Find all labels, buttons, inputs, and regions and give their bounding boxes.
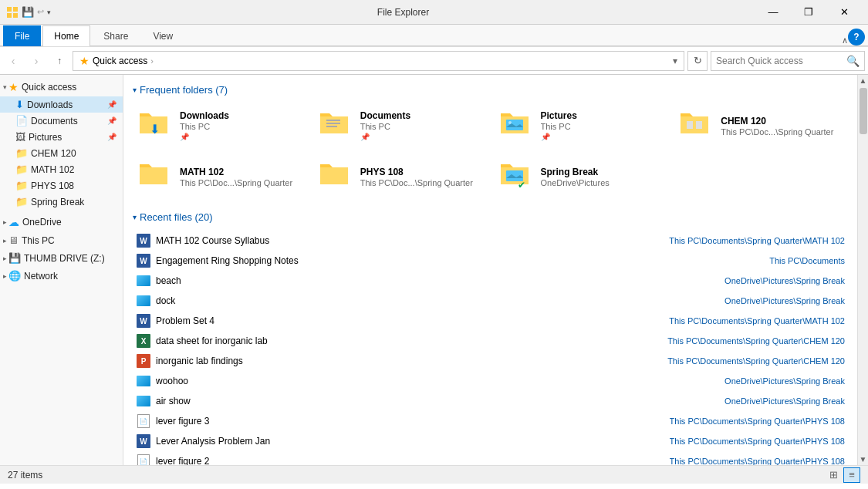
help-button[interactable]: ? (848, 29, 865, 46)
list-view-button[interactable]: ≡ (843, 467, 860, 483)
folder-pin-pictures: 📌 (541, 133, 663, 141)
sidebar-section-quick-access[interactable]: ★ Quick access (0, 78, 123, 96)
search-box[interactable]: 🔍 (711, 51, 865, 71)
file-path-beach: OneDrive\Pictures\Spring Break (691, 276, 845, 285)
folder-icon-springbreak: ✔ (499, 161, 536, 192)
item-count: 27 items (8, 470, 42, 481)
restore-button[interactable]: ❐ (791, 0, 826, 25)
file-row-beach[interactable]: beach OneDrive\Pictures\Spring Break (133, 271, 848, 291)
main-layout: ★ Quick access ⬇ Downloads 📌 📄 Documents… (0, 75, 868, 465)
folder-card-math102[interactable]: MATH 102 This PC\Doc...\Spring Quarter (133, 154, 307, 199)
quick-access-save-icon[interactable]: 💾 (22, 6, 34, 18)
sidebar-item-thispc[interactable]: 🖥 This PC (0, 231, 123, 249)
pin-icon-documents: 📌 (107, 116, 117, 125)
folder-card-documents[interactable]: Documents This PC 📌 (313, 103, 488, 148)
file-name-math102syllabus: MATH 102 Course Syllabus (156, 235, 664, 246)
scroll-up-icon[interactable]: ▲ (860, 76, 867, 85)
address-bar-row: ‹ › ↑ ★ Quick access › ▾ ↻ 🔍 (0, 47, 868, 75)
title-bar-controls: — ❐ ✕ (755, 0, 862, 25)
forward-button[interactable]: › (26, 51, 46, 71)
minimize-button[interactable]: — (755, 0, 791, 25)
tab-view[interactable]: View (141, 25, 184, 46)
word-icon-problemset4: W (136, 313, 151, 329)
pin-icon-pictures: 📌 (107, 133, 117, 141)
chem120-folder-icon: 📁 (15, 147, 28, 159)
sidebar-item-math102[interactable]: 📁 MATH 102 (0, 161, 123, 177)
ppt-icon-inorganic: P (136, 353, 151, 369)
onedrive-chevron-icon (3, 218, 7, 226)
file-path-inorganic: This PC\Documents\Spring Quarter\CHEM 12… (667, 356, 845, 366)
undo-icon[interactable]: ↩ (37, 7, 44, 17)
folder-card-springbreak[interactable]: ✔ Spring Break OneDrive\Pictures (494, 154, 668, 199)
file-path-engagementring: This PC\Documents (691, 256, 845, 265)
sidebar-item-downloads[interactable]: ⬇ Downloads 📌 (0, 96, 123, 113)
tab-share[interactable]: Share (92, 25, 140, 46)
tab-file[interactable]: File (3, 25, 41, 46)
folder-path-springbreak: OneDrive\Pictures (541, 178, 663, 187)
app-icon (6, 6, 19, 19)
recent-files-header[interactable]: ▾ Recent files (20) (133, 211, 848, 223)
title-bar: 💾 ↩ ▾ File Explorer — ❐ ✕ (0, 0, 868, 25)
file-row-dock[interactable]: dock OneDrive\Pictures\Spring Break (133, 291, 848, 311)
file-row-datasheet[interactable]: X data sheet for inorganic lab This PC\D… (133, 331, 848, 351)
folder-svg-phys108 (319, 161, 350, 186)
folder-card-pictures[interactable]: Pictures This PC 📌 (494, 103, 668, 148)
sidebar-item-springbreak[interactable]: 📁 Spring Break (0, 194, 123, 210)
folder-icon-pictures (499, 110, 536, 141)
frequent-folders-header[interactable]: ▾ Frequent folders (7) (133, 84, 848, 96)
sidebar-item-onedrive[interactable]: ☁ OneDrive (0, 213, 123, 231)
file-row-woohoo[interactable]: woohoo OneDrive\Pictures\Spring Break (133, 371, 848, 391)
sidebar-item-network[interactable]: 🌐 Network (0, 267, 123, 285)
file-row-problemset4[interactable]: W Problem Set 4 This PC\Documents\Spring… (133, 311, 848, 331)
folder-path-pictures: This PC (541, 122, 663, 131)
folder-svg-math102 (138, 161, 169, 186)
tab-home[interactable]: Home (42, 25, 90, 46)
folder-svg-chem120 (679, 110, 710, 135)
generic-icon-leverfig2: 📄 (136, 454, 151, 465)
search-input[interactable] (716, 56, 846, 66)
thispc-chevron-icon (3, 237, 7, 244)
file-row-leveranalysis[interactable]: W Lever Analysis Problem Jan This PC\Doc… (133, 431, 848, 451)
folder-card-phys108[interactable]: PHYS 108 This PC\Doc...\Spring Quarter (313, 154, 488, 199)
folder-card-downloads[interactable]: ⬇ Downloads This PC 📌 (133, 103, 307, 148)
close-button[interactable]: ✕ (826, 0, 862, 25)
phys108-folder-icon: 📁 (15, 180, 28, 191)
sidebar-item-phys108[interactable]: 📁 PHYS 108 (0, 177, 123, 194)
file-row-inorganic[interactable]: P inorganic lab findings This PC\Documen… (133, 351, 848, 371)
search-icon[interactable]: 🔍 (846, 55, 860, 67)
refresh-button[interactable]: ↻ (687, 51, 708, 71)
grid-view-button[interactable]: ⊞ (825, 467, 842, 483)
thispc-icon: 🖥 (8, 234, 19, 246)
title-bar-icons: 💾 ↩ ▾ (6, 6, 51, 19)
folder-path-downloads: This PC (180, 122, 302, 131)
up-button[interactable]: ↑ (49, 51, 69, 71)
file-row-math102syllabus[interactable]: W MATH 102 Course Syllabus This PC\Docum… (133, 231, 848, 251)
downloads-icon: ⬇ (15, 99, 24, 110)
file-row-leverfig3[interactable]: 📄 lever figure 3 This PC\Documents\Sprin… (133, 411, 848, 431)
scroll-down-icon[interactable]: ▼ (860, 455, 867, 464)
file-row-leverfig2[interactable]: 📄 lever figure 2 This PC\Documents\Sprin… (133, 451, 848, 465)
address-bar[interactable]: ★ Quick access › ▾ (73, 51, 684, 71)
folder-info-springbreak: Spring Break OneDrive\Pictures (541, 167, 663, 187)
sidebar-thispc-label: This PC (22, 235, 55, 246)
file-row-engagementring[interactable]: W Engagement Ring Shopping Notes This PC… (133, 251, 848, 271)
svg-rect-9 (687, 121, 693, 129)
sidebar-springbreak-label: Spring Break (31, 197, 84, 207)
folder-card-chem120[interactable]: CHEM 120 This PC\Doc...\Spring Quarter (674, 103, 848, 148)
scroll-thumb[interactable] (860, 88, 867, 134)
back-button[interactable]: ‹ (3, 51, 23, 71)
sidebar-network-label: Network (24, 271, 58, 282)
sidebar-item-documents[interactable]: 📄 Documents 📌 (0, 113, 123, 129)
sidebar-item-chem120[interactable]: 📁 CHEM 120 (0, 145, 123, 161)
ribbon: File Home Share View ∧ ? (0, 25, 868, 47)
sidebar-item-pictures[interactable]: 🖼 Pictures 📌 (0, 129, 123, 145)
math102-folder-icon: 📁 (15, 164, 28, 175)
sidebar-item-thumbdrive[interactable]: 💾 THUMB DRIVE (Z:) (0, 249, 123, 267)
file-name-leverfig2: lever figure 2 (156, 456, 665, 465)
address-dropdown-icon[interactable]: ▾ (673, 56, 677, 66)
scrollbar[interactable]: ▲ ▼ (857, 75, 868, 465)
ribbon-collapse-icon[interactable]: ∧ (842, 35, 848, 46)
view-toggle-buttons: ⊞ ≡ (825, 467, 860, 483)
file-path-leverfig2: This PC\Documents\Spring Quarter\PHYS 10… (670, 457, 845, 465)
file-row-airshow[interactable]: air show OneDrive\Pictures\Spring Break (133, 391, 848, 411)
